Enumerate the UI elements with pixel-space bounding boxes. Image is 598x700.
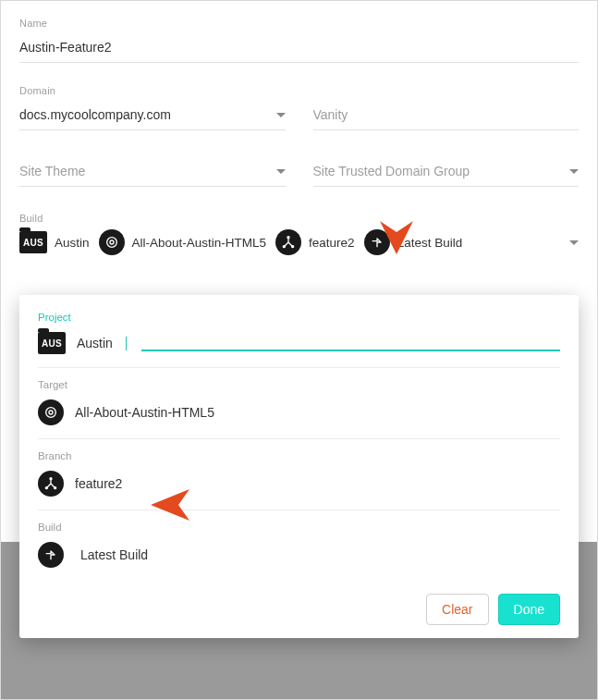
site-theme-dropdown[interactable]: Site Theme	[19, 158, 286, 187]
caret-down-icon	[276, 169, 286, 174]
build-branch: feature2	[275, 229, 355, 255]
domain-label: Domain	[19, 85, 286, 96]
svg-point-9	[55, 487, 56, 489]
popover-build-label: Build	[38, 522, 560, 533]
popover-branch-row[interactable]: feature2	[38, 471, 560, 497]
domain-value: docs.mycoolcompany.com	[19, 107, 271, 122]
target-icon	[38, 399, 64, 425]
build-popover: Project AUS Austin Target All-About-Aust…	[19, 295, 579, 638]
project-folder-icon: AUS	[19, 231, 47, 253]
build-chain[interactable]: AUS Austin All-About-Austin-HTML5 featur…	[19, 229, 579, 255]
target-icon	[99, 229, 125, 255]
annotation-arrow-left-icon	[151, 486, 195, 523]
popover-branch-label: Branch	[38, 450, 560, 461]
domain-field: Domain docs.mycoolcompany.com	[19, 85, 286, 130]
popover-build-section: Build Latest Build	[38, 510, 560, 581]
text-cursor-icon	[126, 337, 127, 350]
vanity-input[interactable]	[313, 102, 580, 130]
svg-point-1	[110, 240, 114, 244]
svg-point-3	[283, 246, 285, 248]
popover-project-input[interactable]	[141, 335, 560, 351]
name-field: Name	[19, 18, 579, 63]
svg-point-8	[45, 487, 47, 489]
svg-point-7	[50, 478, 52, 480]
vanity-field	[313, 85, 580, 130]
popover-project-section: Project AUS Austin	[38, 312, 560, 368]
popover-target-row[interactable]: All-About-Austin-HTML5	[38, 399, 560, 425]
popover-target-label: Target	[38, 379, 560, 390]
build-target: All-About-Austin-HTML5	[99, 229, 267, 255]
popover-project-value: Austin	[77, 336, 113, 350]
popover-target-section: Target All-About-Austin-HTML5	[38, 368, 560, 439]
site-trusted-placeholder: Site Trusted Domain Group	[313, 164, 565, 178]
branch-icon	[38, 471, 64, 497]
caret-down-icon	[569, 240, 579, 245]
caret-down-icon	[569, 169, 579, 174]
hammer-icon	[38, 542, 64, 568]
done-button[interactable]: Done	[498, 594, 560, 625]
caret-down-icon	[276, 113, 286, 117]
clear-button[interactable]: Clear	[426, 594, 488, 625]
annotation-arrow-down-icon	[378, 215, 415, 254]
build-label: Build	[19, 213, 579, 224]
popover-branch-section: Branch feature2	[38, 439, 560, 510]
domain-dropdown[interactable]: docs.mycoolcompany.com	[19, 102, 286, 130]
svg-point-0	[106, 238, 116, 248]
name-label: Name	[19, 18, 579, 29]
settings-panel: Name Domain docs.mycoolcompany.com Site …	[0, 0, 598, 700]
site-theme-placeholder: Site Theme	[19, 164, 271, 178]
name-input[interactable]	[19, 34, 579, 63]
project-folder-icon: AUS	[38, 332, 66, 354]
popover-branch-value: feature2	[75, 476, 122, 491]
build-project: AUS Austin	[19, 231, 90, 253]
svg-point-6	[49, 411, 53, 414]
svg-point-4	[292, 246, 294, 248]
svg-point-5	[46, 408, 56, 418]
popover-target-value: All-About-Austin-HTML5	[75, 405, 214, 420]
svg-point-2	[287, 237, 289, 239]
popover-build-row[interactable]: Latest Build	[38, 542, 560, 568]
branch-icon	[275, 229, 301, 255]
popover-project-label: Project	[38, 312, 560, 323]
site-trusted-dropdown[interactable]: Site Trusted Domain Group	[313, 158, 580, 187]
popover-build-value: Latest Build	[80, 547, 148, 562]
